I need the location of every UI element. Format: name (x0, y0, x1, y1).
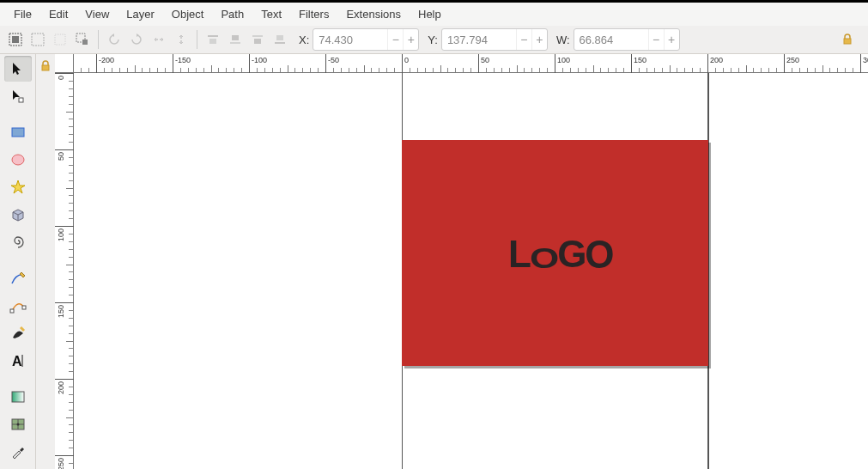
workspace: A -200-150-100-50050100150200250300 0501… (0, 54, 868, 469)
ruler-h-label: 250 (786, 56, 799, 64)
separator (98, 30, 99, 49)
x-plus-icon[interactable]: + (403, 29, 418, 50)
ruler-vertical[interactable]: 050100150200250 (55, 73, 74, 469)
node-tool[interactable] (4, 83, 32, 109)
svg-rect-2 (32, 34, 44, 46)
calligraphy-tool[interactable] (4, 320, 32, 346)
ruler-h-label: 150 (634, 56, 646, 64)
x-coordinate-group: X: −+ (299, 28, 419, 51)
y-coordinate-group: Y: −+ (428, 28, 548, 51)
ruler-h-label: 0 (404, 56, 409, 64)
x-minus-icon[interactable]: − (387, 29, 403, 50)
menu-file[interactable]: File (5, 4, 40, 24)
rotate-ccw-icon[interactable] (104, 29, 124, 50)
raise-icon[interactable] (225, 29, 246, 50)
raise-top-icon[interactable] (203, 29, 223, 50)
bezier-tool[interactable] (4, 293, 32, 319)
gradient-tool[interactable] (4, 384, 32, 410)
menu-layer[interactable]: Layer (118, 4, 163, 24)
ruler-h-label: 100 (557, 56, 570, 64)
spiral-tool[interactable] (4, 229, 32, 255)
logo-text-object[interactable]: LOGO (508, 233, 613, 276)
dropper-tool[interactable] (4, 439, 32, 465)
w-coordinate-group: W: −+ (556, 28, 680, 51)
canvas-area: -200-150-100-50050100150200250300 050100… (55, 54, 868, 469)
svg-rect-3 (55, 34, 65, 45)
lock-layer-icon[interactable] (35, 56, 56, 76)
menu-object[interactable]: Object (163, 4, 213, 24)
menu-edit[interactable]: Edit (40, 4, 76, 24)
ruler-h-label: -100 (252, 56, 267, 64)
ruler-v-label: 100 (57, 228, 65, 241)
svg-rect-19 (22, 306, 26, 309)
menu-text[interactable]: Text (252, 4, 290, 24)
ruler-h-label: 50 (481, 56, 489, 64)
toolbox: A (0, 54, 36, 469)
rectangle-tool[interactable] (4, 119, 32, 145)
rotate-cw-icon[interactable] (126, 29, 147, 50)
y-input[interactable]: −+ (441, 28, 548, 51)
y-minus-icon[interactable]: − (516, 29, 531, 50)
x-input-field[interactable] (313, 34, 382, 46)
toggle-selection-icon[interactable] (72, 29, 93, 50)
w-input[interactable]: −+ (574, 28, 680, 51)
canvas[interactable]: LOGO (74, 73, 868, 469)
ruler-h-label: -200 (99, 56, 114, 64)
select-all-layers-icon[interactable] (27, 29, 48, 50)
svg-rect-7 (209, 39, 216, 44)
selector-tool[interactable] (4, 56, 32, 82)
star-tool[interactable] (4, 174, 32, 200)
ruler-horizontal[interactable]: -200-150-100-50050100150200250300 (74, 54, 868, 73)
w-label: W: (556, 34, 570, 46)
y-input-field[interactable] (442, 34, 511, 46)
lock-icon[interactable] (837, 29, 858, 50)
ruler-h-label: -50 (328, 56, 339, 64)
w-minus-icon[interactable]: − (648, 29, 664, 50)
deselect-icon[interactable] (50, 29, 70, 50)
svg-rect-5 (82, 40, 88, 45)
y-label: Y: (428, 34, 438, 46)
svg-rect-12 (276, 35, 283, 40)
box3d-tool[interactable] (4, 202, 32, 228)
flip-vertical-icon[interactable] (171, 29, 191, 50)
menu-filters[interactable]: Filters (290, 4, 337, 24)
svg-rect-15 (19, 98, 23, 102)
separator (197, 30, 197, 49)
pencil-tool[interactable] (4, 265, 32, 291)
w-input-field[interactable] (574, 34, 643, 46)
ruler-v-label: 200 (57, 381, 65, 394)
svg-rect-14 (844, 39, 851, 44)
menu-extensions[interactable]: Extensions (337, 4, 410, 24)
svg-rect-22 (12, 392, 24, 402)
x-label: X: (299, 34, 309, 46)
snap-controls-bar (36, 54, 55, 469)
mesh-tool[interactable] (4, 411, 32, 437)
ruler-v-label: 50 (57, 152, 65, 161)
ruler-origin[interactable] (55, 54, 74, 73)
lower-bottom-icon[interactable] (270, 29, 290, 50)
svg-rect-16 (12, 128, 24, 137)
w-plus-icon[interactable]: + (664, 29, 679, 50)
menubar: File Edit View Layer Object Path Text Fi… (0, 3, 868, 26)
svg-rect-25 (42, 65, 49, 70)
x-input[interactable]: −+ (313, 28, 419, 51)
menu-help[interactable]: Help (410, 4, 450, 24)
svg-point-24 (16, 423, 19, 426)
svg-rect-13 (275, 42, 285, 44)
menu-path[interactable]: Path (212, 4, 252, 24)
text-tool[interactable]: A (4, 348, 32, 374)
svg-text:A: A (12, 354, 22, 368)
menu-view[interactable]: View (76, 4, 118, 24)
select-all-icon[interactable] (5, 29, 26, 50)
y-plus-icon[interactable]: + (531, 29, 547, 50)
ruler-v-label: 250 (57, 458, 65, 469)
ellipse-tool[interactable] (4, 147, 32, 173)
svg-rect-18 (10, 309, 14, 313)
svg-rect-10 (252, 35, 263, 37)
svg-rect-6 (208, 35, 218, 37)
svg-rect-9 (230, 42, 240, 44)
svg-point-17 (12, 155, 24, 165)
svg-rect-11 (254, 39, 261, 44)
lower-icon[interactable] (247, 29, 268, 50)
flip-horizontal-icon[interactable] (149, 29, 169, 50)
